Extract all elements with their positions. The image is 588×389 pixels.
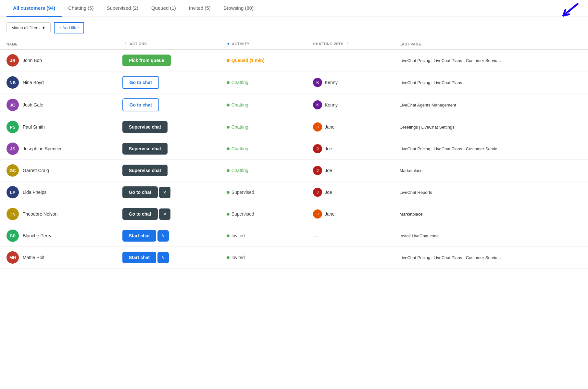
- tab-supervised[interactable]: Supervised (2): [100, 0, 145, 17]
- agent-cell: K Kenny: [313, 100, 386, 109]
- table-header: NAME ⋮ ACTIONS ▼ ACTIVITY ⋮ CHATTING WIT…: [0, 39, 588, 50]
- name-cell: GC Garrett Craig: [0, 160, 116, 182]
- close-supervision-button[interactable]: ✕: [159, 187, 170, 198]
- last-page-text: LiveChat Pricing | LiveChat Plans - Cust…: [400, 255, 501, 260]
- action-cell: Go to chat ✕: [122, 208, 214, 220]
- name-cell: JB John Bon: [0, 50, 116, 71]
- activity-label: Chatting: [231, 80, 248, 85]
- actions-cell: Go to chat ✕: [116, 182, 220, 203]
- table-row: NB Nina Boyd Go to chat Chatting K Kenny…: [0, 71, 588, 94]
- activity-label: Supervised: [231, 211, 254, 217]
- last-page-text: LiveChat Agents Management: [400, 103, 456, 107]
- status-dot: [227, 81, 230, 84]
- table-row: TN Theodore Nelson Go to chat ✕ Supervis…: [0, 203, 588, 225]
- chatting-with-cell: —: [307, 247, 393, 269]
- start-chat-button[interactable]: Start chat: [122, 230, 156, 242]
- action-cell: Supervise chat: [122, 165, 214, 176]
- last-page-cell: Marketplace: [393, 203, 588, 225]
- activity-td: Chatting: [220, 160, 307, 182]
- chevron-down-icon: ▼: [42, 25, 46, 30]
- no-agent: —: [313, 58, 318, 63]
- status-dot: [227, 104, 230, 107]
- customer-avatar: LP: [6, 186, 19, 198]
- table-row: JB John Bon Pick from queue Queued (1 mi…: [0, 50, 588, 71]
- status-dot: [227, 213, 230, 216]
- activity-td: Chatting: [220, 116, 307, 138]
- last-page-text: LiveChat Pricing | LiveChat Plans - Cust…: [400, 146, 501, 151]
- action-cell: Pick from queue: [122, 55, 214, 66]
- activity-td: Supervised: [220, 182, 307, 203]
- agent-cell: K Kenny: [313, 78, 386, 87]
- actions-cell: Pick from queue: [116, 50, 220, 71]
- go-to-chat-button[interactable]: Go to chat: [122, 208, 158, 220]
- last-page-text: LiveChat Pricing | LiveChat Plans - Cust…: [400, 58, 501, 63]
- action-cell: Go to chat ✕: [122, 186, 214, 198]
- agent-name: Kenny: [325, 80, 338, 85]
- activity-cell: Chatting: [227, 146, 300, 151]
- last-page-cell: Install LiveChat code: [393, 225, 588, 247]
- customer-avatar: JB: [6, 54, 19, 67]
- customer-avatar: BP: [6, 230, 19, 242]
- pick-from-queue-button[interactable]: Pick from queue: [122, 55, 171, 66]
- activity-label: Chatting: [231, 146, 248, 151]
- customers-table: NAME ⋮ ACTIONS ▼ ACTIVITY ⋮ CHATTING WIT…: [0, 39, 588, 269]
- last-page-cell: LiveChat Pricing | LiveChat Plans - Cust…: [393, 50, 588, 71]
- chatting-with-cell: J Joe: [307, 182, 393, 203]
- name-cell: BP Blanche Perry: [0, 225, 116, 247]
- supervise-chat-button[interactable]: Supervise chat: [122, 165, 168, 176]
- name-cell: JG Josh Gale: [0, 94, 116, 116]
- close-supervision-button[interactable]: ✕: [159, 208, 170, 220]
- status-dot: [227, 147, 230, 150]
- edit-invite-button[interactable]: ✎: [157, 252, 169, 263]
- col-activity[interactable]: ▼ ACTIVITY ⋮: [220, 39, 307, 50]
- tab-queued[interactable]: Queued (1): [145, 0, 182, 17]
- table-row: MH Mattie Holt Start chat ✎ Invited — Li…: [0, 247, 588, 269]
- edit-invite-button[interactable]: ✎: [157, 230, 169, 242]
- status-dot: [227, 191, 230, 194]
- last-page-cell: Marketplace: [393, 160, 588, 182]
- tab-chatting[interactable]: Chatting (5): [62, 0, 100, 17]
- customer-name: Lida Phelps: [23, 190, 46, 195]
- tab-browsing[interactable]: Browsing (80): [217, 0, 260, 17]
- chatting-with-cell: —: [307, 50, 393, 71]
- supervise-chat-button[interactable]: Supervise chat: [122, 121, 168, 133]
- match-all-label: Match all filters: [11, 25, 40, 30]
- customer-avatar: JG: [6, 99, 19, 111]
- actions-cell: Start chat ✎: [116, 225, 220, 247]
- agent-cell: J Jane: [313, 209, 386, 219]
- customer-name: Josh Gale: [23, 102, 43, 107]
- customer-avatar: PS: [6, 121, 19, 133]
- chatting-with-cell: J Jane: [307, 116, 393, 138]
- col-name: NAME: [0, 39, 116, 50]
- table-row: JS Josephine Spencer Supervise chat Chat…: [0, 138, 588, 160]
- agent-avatar: J: [313, 188, 322, 197]
- agent-name: Jane: [325, 124, 334, 130]
- last-page-cell: LiveChat Agents Management: [393, 94, 588, 116]
- start-chat-button[interactable]: Start chat: [122, 252, 156, 263]
- go-to-chat-button[interactable]: Go to chat: [122, 98, 159, 111]
- chatting-with-cell: K Kenny: [307, 71, 393, 94]
- table-row: LP Lida Phelps Go to chat ✕ Supervised J…: [0, 182, 588, 203]
- activity-td: Queued (1 min): [220, 50, 307, 71]
- customer-avatar: NB: [6, 76, 19, 89]
- go-to-chat-button[interactable]: Go to chat: [122, 186, 158, 198]
- action-cell: Go to chat: [122, 76, 214, 89]
- go-to-chat-button[interactable]: Go to chat: [122, 76, 159, 89]
- match-all-filters-button[interactable]: Match all filters ▼: [6, 22, 51, 33]
- table-body: JB John Bon Pick from queue Queued (1 mi…: [0, 50, 588, 269]
- activity-label: Chatting: [231, 168, 248, 173]
- agent-avatar: J: [313, 122, 322, 132]
- table-row: BP Blanche Perry Start chat ✎ Invited — …: [0, 225, 588, 247]
- tab-all[interactable]: All customers (94): [6, 0, 62, 17]
- action-cell: Supervise chat: [122, 143, 214, 155]
- tab-invited[interactable]: Invited (5): [182, 0, 217, 17]
- add-filter-button[interactable]: + Add filter: [54, 22, 84, 33]
- supervise-chat-button[interactable]: Supervise chat: [122, 143, 168, 155]
- activity-cell: Chatting: [227, 102, 300, 107]
- name-cell: TN Theodore Nelson: [0, 203, 116, 225]
- filters-bar: Match all filters ▼ + Add filter: [0, 17, 588, 39]
- activity-td: Chatting: [220, 71, 307, 94]
- name-cell: MH Mattie Holt: [0, 247, 116, 269]
- activity-cell: Chatting: [227, 168, 300, 173]
- status-dot: [227, 169, 230, 172]
